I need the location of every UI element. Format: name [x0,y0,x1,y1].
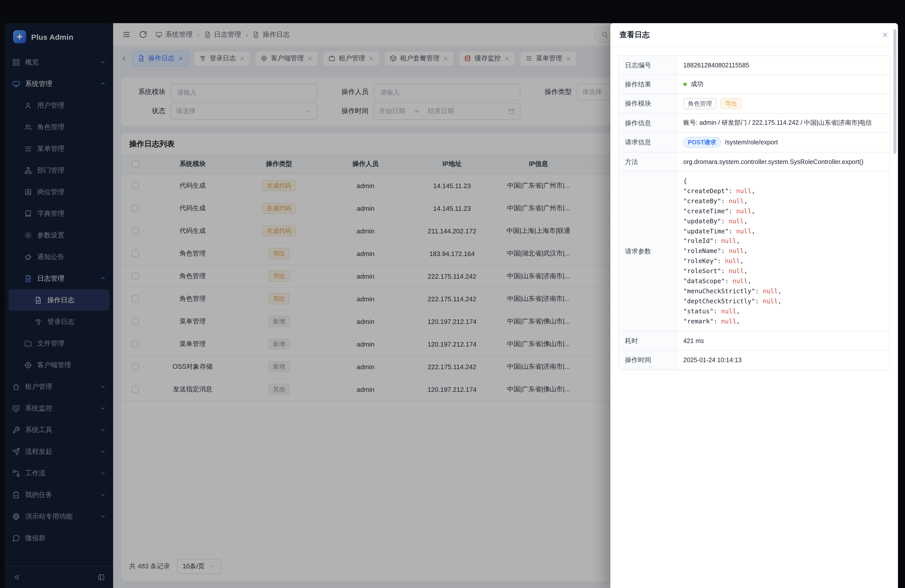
view-log-drawer: 查看日志 日志编号 1882612840802115585 操作结果 成功 操作… [610,23,898,588]
detail-row-params: 请求参数 { "createDept": null, "createBy": n… [619,172,889,332]
drawer-header: 查看日志 [610,23,898,47]
detail-row-time: 操作时间 2025-01-24 10:14:13 [619,351,889,370]
log-id-value: 1882612840802115585 [683,62,749,69]
method-value: org.dromara.system.controller.system.Sys… [683,158,864,165]
export-tag: 导出 [721,98,741,109]
module-tag: 角色管理 [683,98,716,109]
detail-row-method: 方法 org.dromara.system.controller.system.… [619,153,889,172]
detail-row-request: 请求信息 POST请求 /system/role/export [619,133,889,153]
close-icon[interactable] [881,31,889,39]
post-request-tag: POST请求 [683,137,721,148]
detail-row-module: 操作模块 角色管理 导出 [619,94,889,114]
success-dot-icon [683,83,687,86]
operation-info-value: 账号: admin / 研发部门 / 222.175.114.242 / 中国|… [683,119,872,127]
screen: Plus Admin 概览 系统管理 用户管理 角色管理 菜单管理 部门管理 岗… [0,0,905,588]
request-path: /system/role/export [725,139,778,146]
result-value: 成功 [691,80,703,89]
detail-row-result: 操作结果 成功 [619,75,889,94]
detail-row-duration: 耗时 421 ms [619,332,889,351]
log-detail-table: 日志编号 1882612840802115585 操作结果 成功 操作模块 角色… [618,55,890,370]
detail-row-info: 操作信息 账号: admin / 研发部门 / 222.175.114.242 … [619,114,889,133]
detail-row-log-id: 日志编号 1882612840802115585 [619,56,889,75]
duration-value: 421 ms [683,337,704,344]
drawer-title: 查看日志 [619,30,649,40]
operation-time-value: 2025-01-24 10:14:13 [683,357,741,364]
drawer-body: 日志编号 1882612840802115585 操作结果 成功 操作模块 角色… [610,47,898,588]
request-params-code: { "createDept": null, "createBy": null, … [676,172,889,331]
